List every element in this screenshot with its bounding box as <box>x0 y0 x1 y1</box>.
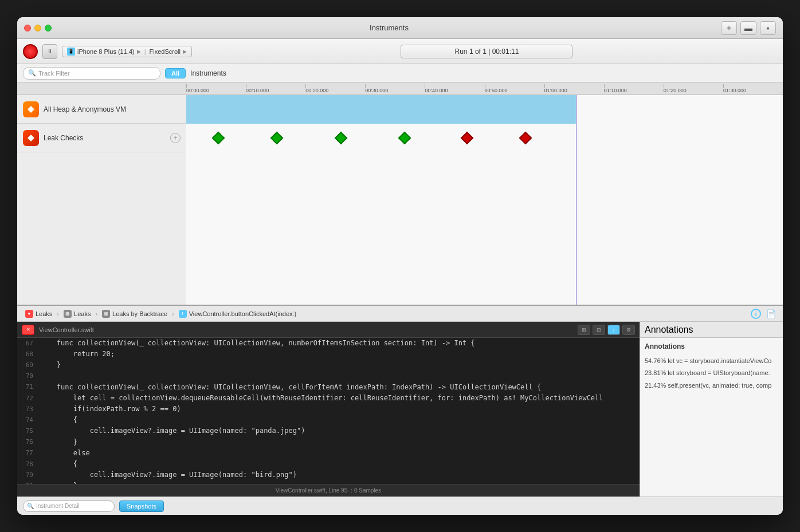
code-line-75: 75 cell.imageView?.image = UIImage(named… <box>17 425 640 436</box>
leak-diamond-5[interactable] <box>461 132 474 145</box>
line-number: 72 <box>17 393 38 404</box>
breadcrumb-label-4: ViewController.buttonClickedAt(index:) <box>189 310 297 317</box>
backtrace-icon: ▦ <box>102 310 110 318</box>
ruler-mark-8: 01:20.000 <box>664 88 687 93</box>
bottom-bar: 🔍 Instrument Detail Snapshots <box>17 496 783 515</box>
toolbar: ⏸ 📱 iPhone 8 Plus (11.4) ▶ | FixedScroll… <box>17 39 783 64</box>
record-button[interactable] <box>23 44 38 59</box>
document-button[interactable]: 📄 <box>764 309 777 319</box>
annotations-title: Annotations <box>645 325 778 335</box>
ruler-mark-0: 00:00.000 <box>186 88 209 93</box>
code-content[interactable]: 67 func collectionView(_ collectionView:… <box>17 338 640 484</box>
line-number: 78 <box>17 459 38 470</box>
annotations-list: 54.76% let vc = storyboard.instantiateVi… <box>645 355 778 392</box>
line-number: 74 <box>17 415 38 425</box>
info-button[interactable]: i <box>751 309 761 319</box>
leak-diamond-4[interactable] <box>398 132 411 145</box>
code-line-73: 73 if(indexPath.row % 2 == 0) <box>17 404 640 415</box>
add-instrument-button[interactable]: ＋ <box>170 133 181 143</box>
breadcrumb-leaks-2[interactable]: ▦ Leaks <box>61 309 93 319</box>
scroll-label: FixedScroll <box>150 48 181 55</box>
instrument-leak[interactable]: Leak Checks ＋ <box>17 124 186 152</box>
line-number: 76 <box>17 437 38 447</box>
line-code: let cell = collectionView.dequeueReusabl… <box>38 393 640 404</box>
top-section: 00:00.00000:10.00000:20.00000:30.00000:4… <box>17 82 783 306</box>
code-statusbar: ViewController.swift, Line 95- : 0 Sampl… <box>17 484 640 496</box>
heap-track <box>186 95 576 124</box>
track-filter-input[interactable]: 🔍 Track Filter <box>23 67 160 80</box>
breadcrumb-viewcontroller[interactable]: f ViewController.buttonClickedAt(index:) <box>177 309 299 319</box>
add-instrument-button[interactable]: ＋ <box>721 21 737 35</box>
network-btn[interactable]: ↕ <box>607 325 620 335</box>
split-view-btn[interactable]: ⊞ <box>578 325 590 335</box>
chevron-icon: ▶ <box>137 49 141 54</box>
breadcrumb-label-2: Leaks <box>74 310 91 317</box>
main-window: Instruments ＋ ▬ ▪ ⏸ 📱 iPhone 8 Plus (11.… <box>17 17 783 515</box>
stop-btn[interactable]: ✕ <box>22 325 34 335</box>
inspect-btn[interactable]: ⊟ <box>593 325 605 335</box>
ruler-mark-6: 01:00.000 <box>544 88 567 93</box>
breadcrumb-leaks-1[interactable]: ● Leaks <box>23 309 54 319</box>
instrument-detail-placeholder: Instrument Detail <box>36 503 80 509</box>
minimize-button[interactable] <box>34 25 41 31</box>
filter-placeholder: Track Filter <box>38 70 70 77</box>
view-toggle-1[interactable]: ▬ <box>740 21 756 35</box>
ruler-mark-5: 00:50.000 <box>485 88 508 93</box>
top-row: All Heap & Anonymous VM Leak Checks ＋ <box>17 95 783 305</box>
annotations-content: Annotations 54.76% let vc = storyboard.i… <box>640 338 783 496</box>
instrument-list: All Heap & Anonymous VM Leak Checks ＋ <box>17 95 186 305</box>
ruler-mark-3: 00:30.000 <box>365 88 388 93</box>
leak-diamond-3[interactable] <box>335 132 348 145</box>
detail-area: ✕ ViewController.swift ⊞ ⊟ ↕ ⚙ 67 func c… <box>17 322 783 496</box>
leaks-grid-icon: ▦ <box>64 310 72 318</box>
all-filter-button[interactable]: All <box>165 68 186 78</box>
code-line-79: 79 cell.imageView?.image = UIImage(named… <box>17 470 640 480</box>
code-toolbar-btns: ⊞ ⊟ ↕ ⚙ <box>578 325 635 335</box>
separator: | <box>144 48 146 55</box>
line-code: func collectionView(_ collectionView: UI… <box>38 382 640 393</box>
device-selector[interactable]: 📱 iPhone 8 Plus (11.4) ▶ | FixedScroll ▶ <box>62 46 192 57</box>
instruments-label: Instruments <box>190 69 226 77</box>
line-code: if(indexPath.row % 2 == 0) <box>38 404 640 415</box>
breadcrumb-sep-1: › <box>57 310 59 317</box>
heap-icon <box>23 101 39 117</box>
maximize-button[interactable] <box>45 25 52 31</box>
annotation-item: 21.43% self.present(vc, animated: true, … <box>645 380 778 392</box>
leak-diamond-6[interactable] <box>519 132 532 145</box>
instrument-detail-input[interactable]: 🔍 Instrument Detail <box>23 501 115 512</box>
line-code: func collectionView(_ collectionView: UI… <box>38 338 640 349</box>
leak-diamond-1[interactable] <box>212 132 225 145</box>
ruler-mark-7: 01:10.000 <box>604 88 627 93</box>
ruler-spacer <box>17 82 186 94</box>
timeline-ruler: 00:00.00000:10.00000:20.00000:30.00000:4… <box>17 82 783 95</box>
breadcrumb-sep-3: › <box>172 310 174 317</box>
code-line-71: 71 func collectionView(_ collectionView:… <box>17 382 640 393</box>
code-toolbar: ✕ ViewController.swift ⊞ ⊟ ↕ ⚙ <box>17 322 640 338</box>
settings-btn[interactable]: ⚙ <box>622 325 635 335</box>
breadcrumb-by-backtrace[interactable]: ▦ Leaks by Backtrace <box>100 309 170 319</box>
leak-icon <box>23 130 39 146</box>
leak-name: Leak Checks <box>44 134 166 142</box>
code-panel: ✕ ViewController.swift ⊞ ⊟ ↕ ⚙ 67 func c… <box>17 322 640 496</box>
annotations-toolbar: Annotations <box>640 322 783 338</box>
line-code: return 20; <box>38 349 640 360</box>
line-code: } <box>38 437 640 448</box>
line-code: { <box>38 459 640 470</box>
pause-button[interactable]: ⏸ <box>42 44 57 59</box>
leak-diamond-2[interactable] <box>270 132 284 145</box>
line-number: 77 <box>17 448 38 458</box>
instrument-heap[interactable]: All Heap & Anonymous VM <box>17 95 186 124</box>
ruler-mark-4: 00:40.000 <box>425 88 448 93</box>
code-toolbar-left: ✕ <box>22 325 34 335</box>
snapshots-button[interactable]: Snapshots <box>119 501 164 512</box>
line-code: } <box>38 360 640 371</box>
breadcrumb: ● Leaks › ▦ Leaks › ▦ Leaks by Backtrace… <box>17 306 783 322</box>
view-toggle-2[interactable]: ▪ <box>760 21 776 35</box>
close-button[interactable] <box>24 25 31 31</box>
line-number: 69 <box>17 360 38 371</box>
search-icon-bottom: 🔍 <box>27 503 34 509</box>
titlebar: Instruments ＋ ▬ ▪ <box>17 17 783 39</box>
timeline-area[interactable] <box>186 95 783 305</box>
ruler-mark-1: 00:10.000 <box>246 88 269 93</box>
line-number: 73 <box>17 404 38 415</box>
